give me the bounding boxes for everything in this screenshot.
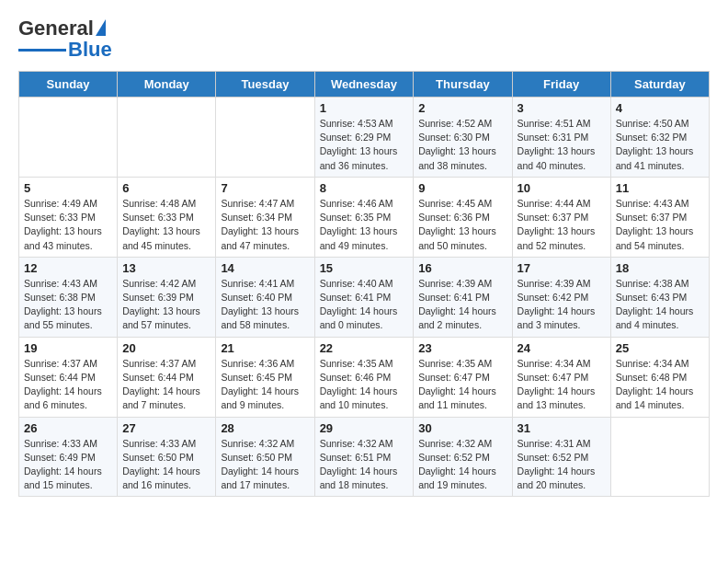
- day-number: 17: [518, 261, 606, 275]
- day-info: Sunrise: 4:49 AMSunset: 6:33 PMDaylight:…: [24, 197, 112, 253]
- day-number: 18: [616, 261, 704, 275]
- calendar-cell: 28Sunrise: 4:32 AMSunset: 6:50 PMDayligh…: [216, 417, 314, 497]
- col-header-tuesday: Tuesday: [216, 72, 314, 98]
- day-info: Sunrise: 4:41 AMSunset: 6:40 PMDaylight:…: [221, 277, 309, 333]
- calendar-cell: 30Sunrise: 4:32 AMSunset: 6:52 PMDayligh…: [414, 417, 512, 497]
- day-info: Sunrise: 4:37 AMSunset: 6:44 PMDaylight:…: [122, 357, 210, 413]
- day-number: 28: [221, 421, 309, 435]
- calendar-cell: [118, 98, 216, 178]
- calendar-cell: 16Sunrise: 4:39 AMSunset: 6:41 PMDayligh…: [414, 257, 512, 337]
- calendar-table: SundayMondayTuesdayWednesdayThursdayFrid…: [18, 71, 710, 497]
- calendar-cell: 9Sunrise: 4:45 AMSunset: 6:36 PMDaylight…: [414, 177, 512, 257]
- day-number: 19: [24, 341, 112, 355]
- day-info: Sunrise: 4:32 AMSunset: 6:51 PMDaylight:…: [320, 437, 409, 493]
- page-header: General Blue: [18, 18, 710, 62]
- calendar-cell: [216, 98, 314, 178]
- calendar-cell: 13Sunrise: 4:42 AMSunset: 6:39 PMDayligh…: [118, 257, 216, 337]
- day-info: Sunrise: 4:39 AMSunset: 6:41 PMDaylight:…: [418, 277, 506, 333]
- day-info: Sunrise: 4:43 AMSunset: 6:37 PMDaylight:…: [616, 197, 704, 253]
- day-info: Sunrise: 4:42 AMSunset: 6:39 PMDaylight:…: [122, 277, 210, 333]
- col-header-saturday: Saturday: [610, 72, 709, 98]
- calendar-cell: 25Sunrise: 4:34 AMSunset: 6:48 PMDayligh…: [610, 337, 709, 417]
- day-number: 14: [221, 261, 309, 275]
- calendar-cell: 4Sunrise: 4:50 AMSunset: 6:32 PMDaylight…: [610, 98, 709, 178]
- day-number: 24: [518, 341, 606, 355]
- day-info: Sunrise: 4:47 AMSunset: 6:34 PMDaylight:…: [221, 197, 309, 253]
- day-number: 2: [418, 101, 506, 115]
- day-info: Sunrise: 4:34 AMSunset: 6:48 PMDaylight:…: [616, 357, 704, 413]
- day-info: Sunrise: 4:40 AMSunset: 6:41 PMDaylight:…: [320, 277, 409, 333]
- day-number: 15: [320, 261, 409, 275]
- calendar-cell: 11Sunrise: 4:43 AMSunset: 6:37 PMDayligh…: [610, 177, 709, 257]
- day-number: 1: [320, 101, 409, 115]
- logo-blue: Blue: [68, 38, 112, 62]
- col-header-sunday: Sunday: [19, 72, 118, 98]
- calendar-cell: 17Sunrise: 4:39 AMSunset: 6:42 PMDayligh…: [512, 257, 610, 337]
- calendar-cell: 26Sunrise: 4:33 AMSunset: 6:49 PMDayligh…: [19, 417, 118, 497]
- day-number: 23: [418, 341, 506, 355]
- day-info: Sunrise: 4:43 AMSunset: 6:38 PMDaylight:…: [24, 277, 112, 333]
- day-info: Sunrise: 4:37 AMSunset: 6:44 PMDaylight:…: [24, 357, 112, 413]
- day-number: 20: [122, 341, 210, 355]
- day-number: 26: [24, 421, 112, 435]
- day-number: 22: [320, 341, 409, 355]
- calendar-week-4: 19Sunrise: 4:37 AMSunset: 6:44 PMDayligh…: [19, 337, 710, 417]
- day-info: Sunrise: 4:39 AMSunset: 6:42 PMDaylight:…: [518, 277, 606, 333]
- calendar-cell: 31Sunrise: 4:31 AMSunset: 6:52 PMDayligh…: [512, 417, 610, 497]
- calendar-cell: 29Sunrise: 4:32 AMSunset: 6:51 PMDayligh…: [314, 417, 414, 497]
- calendar-cell: 6Sunrise: 4:48 AMSunset: 6:33 PMDaylight…: [118, 177, 216, 257]
- day-info: Sunrise: 4:31 AMSunset: 6:52 PMDaylight:…: [518, 437, 606, 493]
- day-info: Sunrise: 4:48 AMSunset: 6:33 PMDaylight:…: [122, 197, 210, 253]
- day-number: 6: [122, 181, 210, 195]
- calendar-cell: 21Sunrise: 4:36 AMSunset: 6:45 PMDayligh…: [216, 337, 314, 417]
- calendar-cell: 14Sunrise: 4:41 AMSunset: 6:40 PMDayligh…: [216, 257, 314, 337]
- day-number: 25: [616, 341, 704, 355]
- logo-triangle-icon: [96, 19, 106, 36]
- calendar-header-row: SundayMondayTuesdayWednesdayThursdayFrid…: [19, 72, 710, 98]
- day-number: 13: [122, 261, 210, 275]
- day-number: 16: [418, 261, 506, 275]
- day-number: 7: [221, 181, 309, 195]
- calendar-cell: 22Sunrise: 4:35 AMSunset: 6:46 PMDayligh…: [314, 337, 414, 417]
- logo-underline: [18, 49, 66, 52]
- calendar-cell: 10Sunrise: 4:44 AMSunset: 6:37 PMDayligh…: [512, 177, 610, 257]
- day-info: Sunrise: 4:33 AMSunset: 6:49 PMDaylight:…: [24, 437, 112, 493]
- calendar-cell: 7Sunrise: 4:47 AMSunset: 6:34 PMDaylight…: [216, 177, 314, 257]
- day-number: 21: [221, 341, 309, 355]
- day-number: 9: [418, 181, 506, 195]
- day-number: 8: [320, 181, 409, 195]
- day-number: 30: [418, 421, 506, 435]
- calendar-cell: [610, 417, 709, 497]
- logo: General Blue: [18, 18, 112, 62]
- day-info: Sunrise: 4:32 AMSunset: 6:50 PMDaylight:…: [221, 437, 309, 493]
- logo-general: General: [18, 18, 94, 39]
- day-info: Sunrise: 4:36 AMSunset: 6:45 PMDaylight:…: [221, 357, 309, 413]
- day-info: Sunrise: 4:51 AMSunset: 6:31 PMDaylight:…: [518, 117, 606, 173]
- day-info: Sunrise: 4:52 AMSunset: 6:30 PMDaylight:…: [418, 117, 506, 173]
- day-number: 27: [122, 421, 210, 435]
- calendar-cell: 24Sunrise: 4:34 AMSunset: 6:47 PMDayligh…: [512, 337, 610, 417]
- calendar-cell: 20Sunrise: 4:37 AMSunset: 6:44 PMDayligh…: [118, 337, 216, 417]
- day-info: Sunrise: 4:44 AMSunset: 6:37 PMDaylight:…: [518, 197, 606, 253]
- col-header-friday: Friday: [512, 72, 610, 98]
- calendar-cell: 23Sunrise: 4:35 AMSunset: 6:47 PMDayligh…: [414, 337, 512, 417]
- calendar-cell: 8Sunrise: 4:46 AMSunset: 6:35 PMDaylight…: [314, 177, 414, 257]
- calendar-cell: 18Sunrise: 4:38 AMSunset: 6:43 PMDayligh…: [610, 257, 709, 337]
- calendar-cell: 27Sunrise: 4:33 AMSunset: 6:50 PMDayligh…: [118, 417, 216, 497]
- day-info: Sunrise: 4:50 AMSunset: 6:32 PMDaylight:…: [616, 117, 704, 173]
- day-number: 3: [518, 101, 606, 115]
- calendar-cell: 2Sunrise: 4:52 AMSunset: 6:30 PMDaylight…: [414, 98, 512, 178]
- day-info: Sunrise: 4:35 AMSunset: 6:46 PMDaylight:…: [320, 357, 409, 413]
- day-info: Sunrise: 4:34 AMSunset: 6:47 PMDaylight:…: [518, 357, 606, 413]
- col-header-monday: Monday: [118, 72, 216, 98]
- calendar-cell: 15Sunrise: 4:40 AMSunset: 6:41 PMDayligh…: [314, 257, 414, 337]
- day-number: 5: [24, 181, 112, 195]
- calendar-week-2: 5Sunrise: 4:49 AMSunset: 6:33 PMDaylight…: [19, 177, 710, 257]
- day-info: Sunrise: 4:33 AMSunset: 6:50 PMDaylight:…: [122, 437, 210, 493]
- calendar-cell: [19, 98, 118, 178]
- calendar-cell: 3Sunrise: 4:51 AMSunset: 6:31 PMDaylight…: [512, 98, 610, 178]
- calendar-week-5: 26Sunrise: 4:33 AMSunset: 6:49 PMDayligh…: [19, 417, 710, 497]
- day-number: 10: [518, 181, 606, 195]
- calendar-week-3: 12Sunrise: 4:43 AMSunset: 6:38 PMDayligh…: [19, 257, 710, 337]
- col-header-wednesday: Wednesday: [314, 72, 414, 98]
